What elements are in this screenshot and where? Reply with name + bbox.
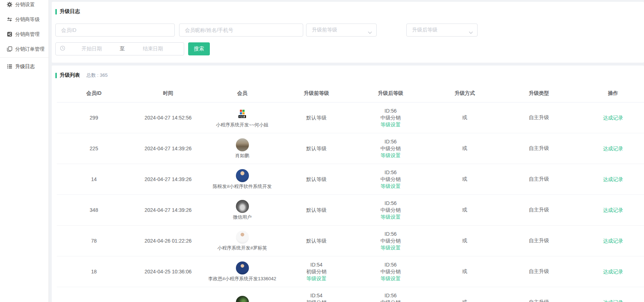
table-row: 18 2024-04-25 10:36:06 李政恩#小程序系统开发133604… bbox=[57, 256, 644, 287]
type-cell: 自主升级 bbox=[502, 287, 576, 302]
level-settings-link[interactable]: 等级设置 bbox=[381, 183, 401, 190]
method-cell: 或 bbox=[428, 164, 502, 194]
sidebar-item-upgrade-log[interactable]: 升级日志 bbox=[0, 59, 48, 74]
sidebar-divider bbox=[0, 57, 48, 58]
method-cell: 或 bbox=[428, 195, 502, 225]
sidebar-item-distributor-level[interactable]: 分销商等级 bbox=[0, 12, 48, 27]
chevron-down-icon bbox=[368, 29, 372, 35]
level-after-cell: ID:56 中级分销 等级设置 bbox=[353, 226, 428, 256]
type-cell: 自主升级 bbox=[502, 195, 576, 225]
copy-icon bbox=[7, 46, 12, 52]
sidebar-item-label: 分销商等级 bbox=[15, 16, 40, 23]
member-cell: 陈根发#小程序软件系统开发 bbox=[205, 164, 279, 194]
avatar bbox=[236, 231, 249, 244]
time-cell: 2024-04-25 10:36:06 bbox=[131, 256, 205, 287]
type-cell: 自主升级 bbox=[502, 102, 576, 133]
gear-icon bbox=[7, 2, 12, 8]
achievement-record-link[interactable]: 达成记录 bbox=[603, 299, 623, 302]
member-id-cell bbox=[57, 287, 131, 302]
member-id-input[interactable] bbox=[55, 24, 175, 37]
time-cell: 2024-04-27 14:39:26 bbox=[131, 164, 205, 194]
avatar bbox=[236, 296, 249, 302]
sidebar-item-label: 分销订单管理 bbox=[15, 46, 45, 53]
col-level-after: 升级后等级 bbox=[353, 84, 428, 102]
member-name: 微信用户 bbox=[233, 214, 252, 221]
member-cell bbox=[205, 287, 279, 302]
method-cell: 或 bbox=[428, 102, 502, 133]
action-cell: 达成记录 bbox=[576, 195, 644, 225]
member-name: 陈根发#小程序软件系统开发 bbox=[213, 183, 272, 190]
level-settings-link[interactable]: 等级设置 bbox=[381, 275, 401, 282]
time-cell: 2024-04-27 14:39:26 bbox=[131, 195, 205, 225]
end-date-field[interactable]: 结束日期 bbox=[126, 46, 179, 52]
member-id-cell: 14 bbox=[57, 164, 131, 194]
list-panel-title: 升级列表 总数 : 365 bbox=[55, 71, 644, 79]
level-before-cell: 默认等级 bbox=[279, 195, 353, 225]
type-cell: 自主升级 bbox=[502, 164, 576, 194]
time-cell: 2024-04-27 14:52:56 bbox=[131, 102, 205, 133]
col-member: 会员 bbox=[205, 84, 279, 102]
level-before-select[interactable]: 升级前等级 bbox=[306, 24, 377, 37]
member-cell: 小程序系统开发#罗标英 bbox=[205, 226, 279, 256]
level-before-cell: 默认等级 bbox=[279, 226, 353, 256]
member-id-cell: 18 bbox=[57, 256, 131, 287]
sliders-icon bbox=[7, 17, 12, 22]
avatar: E企赢 bbox=[236, 108, 249, 121]
time-cell bbox=[131, 287, 205, 302]
sidebar-item-distributor-management[interactable]: 分销商管理 bbox=[0, 27, 48, 42]
time-cell: 2024-04-26 01:22:26 bbox=[131, 226, 205, 256]
search-button[interactable]: 搜索 bbox=[188, 42, 210, 55]
level-settings-link[interactable]: 等级设置 bbox=[381, 214, 401, 221]
col-method: 升级方式 bbox=[428, 84, 502, 102]
member-name: 小程序系统开发#罗标英 bbox=[217, 245, 267, 251]
table-row: 348 2024-04-27 14:39:26 微信用户 默认等级 ID:56 … bbox=[57, 195, 644, 226]
table-header: 会员ID 时间 会员 升级前等级 升级后等级 升级方式 升级类型 操作 bbox=[57, 84, 644, 102]
level-settings-link[interactable]: 等级设置 bbox=[381, 244, 401, 251]
achievement-record-link[interactable]: 达成记录 bbox=[603, 176, 623, 183]
method-cell: 或 bbox=[428, 256, 502, 287]
share-square-icon bbox=[7, 32, 12, 37]
action-cell: 达成记录 bbox=[576, 164, 644, 194]
table-row: 299 2024-04-27 14:52:56 E企赢 小程序系统开发~~何小姐… bbox=[57, 102, 644, 133]
achievement-record-link[interactable]: 达成记录 bbox=[603, 145, 623, 152]
sidebar-item-label: 升级日志 bbox=[15, 63, 35, 70]
start-date-field[interactable]: 开始日期 bbox=[65, 46, 118, 52]
action-cell: 达成记录 bbox=[576, 102, 644, 133]
filter-panel-title: 升级日志 bbox=[55, 8, 644, 16]
avatar bbox=[236, 200, 249, 213]
type-cell: 自主升级 bbox=[502, 226, 576, 256]
member-name: 肖如鹏 bbox=[235, 152, 249, 159]
page-title: 升级日志 bbox=[60, 8, 80, 15]
level-before-cell: 默认等级 bbox=[279, 133, 353, 164]
accent-bar bbox=[55, 9, 57, 14]
level-settings-link[interactable]: 等级设置 bbox=[381, 121, 401, 128]
level-after-select[interactable]: 升级后等级 bbox=[406, 24, 478, 37]
achievement-record-link[interactable]: 达成记录 bbox=[603, 268, 623, 275]
sidebar-item-distribution-orders[interactable]: 分销订单管理 bbox=[0, 42, 48, 56]
brand-logo-icon bbox=[240, 110, 245, 114]
method-cell: 或 bbox=[428, 226, 502, 256]
date-range-picker[interactable]: 开始日期 至 结束日期 bbox=[55, 42, 184, 55]
col-type: 升级类型 bbox=[502, 84, 576, 102]
action-cell: 达成记录 bbox=[576, 287, 644, 302]
achievement-record-link[interactable]: 达成记录 bbox=[603, 207, 623, 214]
level-settings-link[interactable]: 等级设置 bbox=[306, 275, 327, 282]
member-id-cell: 225 bbox=[57, 133, 131, 164]
level-settings-link[interactable]: 等级设置 bbox=[381, 152, 401, 159]
table-row: 78 2024-04-26 01:22:26 小程序系统开发#罗标英 默认等级 … bbox=[57, 226, 644, 256]
sidebar-item-label: 分销设置 bbox=[15, 1, 35, 8]
member-info-input[interactable] bbox=[179, 24, 303, 37]
achievement-record-link[interactable]: 达成记录 bbox=[603, 114, 623, 121]
upgrade-list-panel: 升级列表 总数 : 365 会员ID 时间 会员 升级前等级 升级后等级 升级方… bbox=[52, 66, 644, 302]
chevron-down-icon bbox=[469, 29, 473, 35]
table-row: 14 2024-04-27 14:39:26 陈根发#小程序软件系统开发 默认等… bbox=[57, 164, 644, 195]
filter-panel: 升级日志 升级前等级 升级后等级 bbox=[52, 2, 644, 63]
level-before-cell: 默认等级 bbox=[279, 164, 353, 194]
achievement-record-link[interactable]: 达成记录 bbox=[603, 238, 623, 244]
member-cell: 微信用户 bbox=[205, 195, 279, 225]
action-cell: 达成记录 bbox=[576, 226, 644, 256]
level-after-cell: ID:56 中级分销 等级设置 bbox=[353, 256, 428, 287]
sidebar-item-distribution-settings[interactable]: 分销设置 bbox=[0, 0, 48, 12]
sidebar-item-label: 分销商管理 bbox=[15, 31, 40, 38]
list-title: 升级列表 bbox=[60, 72, 80, 79]
